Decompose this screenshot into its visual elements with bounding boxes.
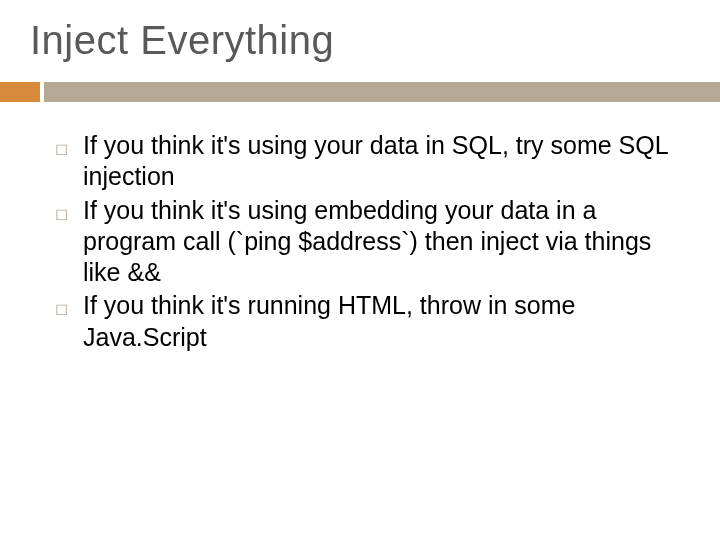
accent-bar bbox=[0, 82, 720, 102]
accent-bar-gray bbox=[44, 82, 720, 102]
list-item: ◻ If you think it's running HTML, throw … bbox=[55, 290, 680, 353]
bullet-text: If you think it's using embedding your d… bbox=[83, 195, 680, 289]
bullet-icon: ◻ bbox=[55, 195, 83, 231]
bullet-text: If you think it's running HTML, throw in… bbox=[83, 290, 680, 353]
slide: Inject Everything ◻ If you think it's us… bbox=[0, 0, 720, 540]
bullet-icon: ◻ bbox=[55, 290, 83, 326]
bullet-text: If you think it's using your data in SQL… bbox=[83, 130, 680, 193]
content-area: ◻ If you think it's using your data in S… bbox=[55, 130, 680, 355]
list-item: ◻ If you think it's using your data in S… bbox=[55, 130, 680, 193]
slide-title: Inject Everything bbox=[30, 18, 334, 63]
accent-bar-orange bbox=[0, 82, 40, 102]
bullet-icon: ◻ bbox=[55, 130, 83, 166]
list-item: ◻ If you think it's using embedding your… bbox=[55, 195, 680, 289]
